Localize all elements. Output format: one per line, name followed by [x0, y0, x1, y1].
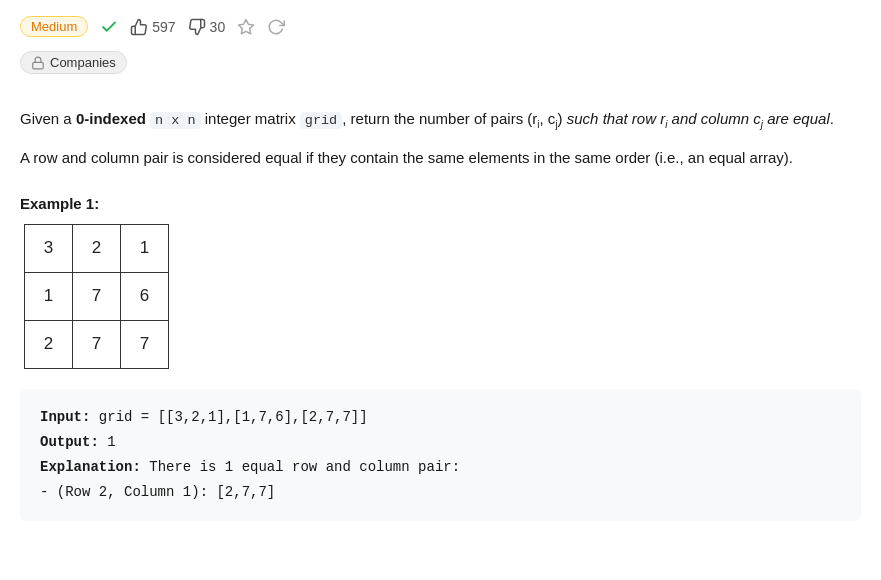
- code-line-4: - (Row 2, Column 1): [2,7,7]: [40, 480, 841, 505]
- lock-icon: [31, 56, 45, 70]
- thumbs-down-icon: [188, 18, 206, 36]
- companies-label: Companies: [50, 55, 116, 70]
- check-button[interactable]: [100, 18, 118, 36]
- downvote-button[interactable]: 30: [188, 18, 226, 36]
- svg-rect-1: [33, 62, 44, 68]
- star-icon: [237, 18, 255, 36]
- problem-description-line2: A row and column pair is considered equa…: [20, 145, 861, 171]
- example-grid: 321176277: [24, 224, 169, 369]
- upvote-button[interactable]: 597: [130, 18, 175, 36]
- upvote-count: 597: [152, 19, 175, 35]
- code-line-3: Explanation: There is 1 equal row and co…: [40, 455, 841, 480]
- refresh-icon: [267, 18, 285, 36]
- ri-notation: ri, cj: [532, 110, 557, 127]
- example1-title: Example 1:: [20, 195, 861, 212]
- top-bar: Medium 597 30: [20, 16, 861, 37]
- such-that-text: such that row ri and column cj are equal: [567, 110, 830, 127]
- input-keyword: Input:: [40, 409, 90, 425]
- code-block: Input: grid = [[3,2,1],[1,7,6],[2,7,7]] …: [20, 389, 861, 522]
- problem-description-line1: Given a 0-indexed n x n integer matrix g…: [20, 106, 861, 133]
- code-grid: grid: [300, 112, 342, 129]
- companies-row: Companies: [20, 51, 861, 90]
- check-icon: [100, 18, 118, 36]
- explanation-keyword: Explanation:: [40, 459, 141, 475]
- code-line-2: Output: 1: [40, 430, 841, 455]
- difficulty-badge: Medium: [20, 16, 88, 37]
- grid-cell-1-0: 1: [25, 272, 73, 320]
- output-keyword: Output:: [40, 434, 99, 450]
- bold-0indexed: 0-indexed: [76, 110, 146, 127]
- grid-cell-1-2: 6: [121, 272, 169, 320]
- code-nxn: n x n: [150, 112, 201, 129]
- grid-cell-1-1: 7: [73, 272, 121, 320]
- svg-marker-0: [239, 19, 254, 33]
- companies-button[interactable]: Companies: [20, 51, 127, 74]
- grid-cell-2-1: 7: [73, 320, 121, 368]
- grid-cell-2-2: 7: [121, 320, 169, 368]
- grid-cell-0-0: 3: [25, 224, 73, 272]
- grid-cell-0-1: 2: [73, 224, 121, 272]
- favorite-button[interactable]: [237, 18, 255, 36]
- refresh-button[interactable]: [267, 18, 285, 36]
- code-line-1: Input: grid = [[3,2,1],[1,7,6],[2,7,7]]: [40, 405, 841, 430]
- grid-cell-2-0: 2: [25, 320, 73, 368]
- downvote-count: 30: [210, 19, 226, 35]
- grid-cell-0-2: 1: [121, 224, 169, 272]
- thumbs-up-icon: [130, 18, 148, 36]
